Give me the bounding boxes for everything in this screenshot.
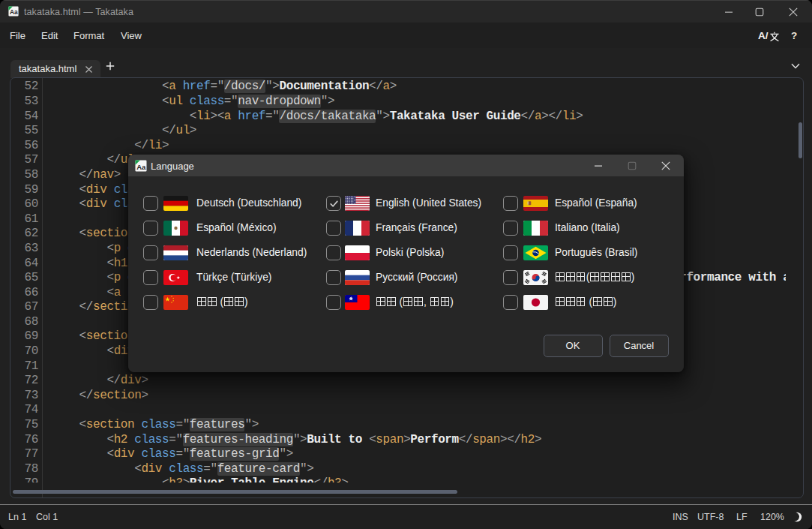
svg-text:Aa: Aa [10,8,18,16]
svg-text:Aa: Aa [136,163,146,171]
